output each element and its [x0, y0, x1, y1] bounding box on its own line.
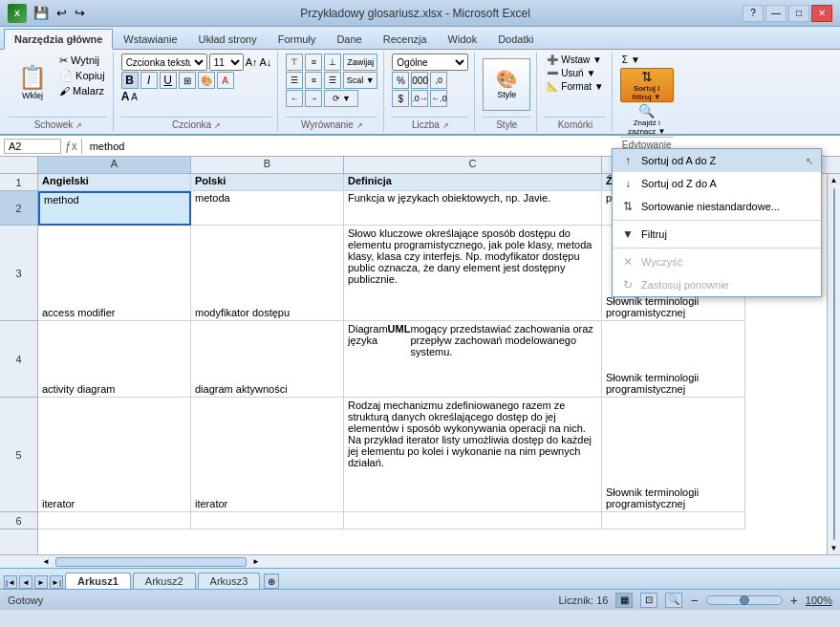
cut-btn[interactable]: ✂ Wytnij — [57, 54, 107, 68]
indent-less-btn[interactable]: ← — [286, 90, 303, 107]
delete-btn[interactable]: ➖ Usuń ▼ — [545, 67, 597, 79]
sort-a-to-z-item[interactable]: ↑ Sortuj od A do Z ↖ — [613, 149, 821, 172]
cell-d4[interactable]: Słownik terminologii programistycznej — [602, 321, 745, 398]
cell-c3[interactable]: Słowo kluczowe określające sposób dostęp… — [344, 226, 602, 321]
tab-dane[interactable]: Dane — [326, 28, 372, 49]
tab-dodatki[interactable]: Dodatki — [487, 28, 544, 49]
cell-c6[interactable] — [344, 512, 602, 530]
cell-c2[interactable]: Funkcja w językach obiektowych, np. Javi… — [344, 191, 602, 226]
sheet-tab-arkusz2[interactable]: Arkusz2 — [133, 573, 196, 589]
cell-a2[interactable]: method — [38, 191, 191, 226]
clear-item[interactable]: ✕ Wyczyść — [613, 250, 821, 273]
col-header-a[interactable]: A — [38, 157, 191, 173]
zoom-level[interactable]: 100% — [806, 595, 832, 606]
zoom-decrease-btn[interactable]: − — [690, 593, 698, 608]
cell-c5[interactable]: Rodzaj mechanizmu zdefiniowanego razem z… — [344, 398, 602, 512]
tab-formuly[interactable]: Formuły — [268, 28, 327, 49]
custom-sort-item[interactable]: ⇅ Sortowanie niestandardowe... — [613, 195, 821, 218]
undo-quick-btn[interactable]: ↩ — [54, 5, 70, 21]
minimize-btn[interactable]: — — [765, 5, 786, 22]
align-top-btn[interactable]: ⊤ — [286, 54, 303, 71]
format-painter-btn[interactable]: 🖌 Malarz — [57, 84, 107, 97]
tab-recenzja[interactable]: Recenzja — [373, 28, 438, 49]
cell-a3[interactable]: access modifier — [38, 226, 191, 321]
row-header-1[interactable]: 1 — [0, 174, 37, 191]
sheet-nav-first[interactable]: |◄ — [4, 575, 17, 589]
thousands-btn[interactable]: 000 — [411, 72, 428, 89]
cell-b1[interactable]: Polski — [191, 174, 344, 191]
reapply-item[interactable]: ↻ Zastosuj ponownie — [613, 273, 821, 296]
dec-increase-btn[interactable]: .0→ — [411, 90, 428, 107]
row-header-3[interactable]: 3 — [0, 226, 37, 321]
insert-btn[interactable]: ➕ Wstaw ▼ — [545, 54, 604, 66]
cell-a1[interactable]: Angielski — [38, 174, 191, 191]
font-color-btn[interactable]: A — [217, 72, 234, 89]
add-sheet-btn[interactable]: ⊕ — [264, 573, 279, 589]
cell-b5[interactable]: iterator — [191, 398, 344, 512]
cell-b3[interactable]: modyfikator dostępu — [191, 226, 344, 321]
row-header-6[interactable]: 6 — [0, 512, 37, 530]
percent-btn[interactable]: % — [392, 72, 409, 89]
tab-widok[interactable]: Widok — [438, 28, 488, 49]
align-left-btn[interactable]: ☰ — [286, 72, 303, 89]
cell-a5[interactable]: iterator — [38, 398, 191, 512]
sheet-tab-arkusz1[interactable]: Arkusz1 — [65, 573, 131, 589]
cell-d5[interactable]: Słownik terminologii programistycznej — [602, 398, 745, 512]
cell-d6[interactable] — [602, 512, 745, 530]
font-size-select[interactable]: 11 — [209, 54, 244, 71]
view-preview-btn[interactable]: 🔍 — [665, 593, 682, 608]
style-btn[interactable]: 🎨 Style — [483, 58, 530, 111]
comma-btn[interactable]: ,0 — [430, 72, 447, 89]
maximize-btn[interactable]: □ — [788, 5, 809, 22]
font-aa-btn[interactable]: A — [121, 90, 130, 103]
copy-btn[interactable]: 📄 Kopiuj — [57, 69, 107, 83]
tab-uklad[interactable]: Układ strony — [188, 28, 268, 49]
align-middle-btn[interactable]: ≡ — [305, 54, 322, 71]
currency-btn[interactable]: $ — [392, 90, 409, 107]
col-header-b[interactable]: B — [191, 157, 344, 173]
dec-decrease-btn[interactable]: ←.0 — [430, 90, 447, 107]
cell-a4[interactable]: activity diagram — [38, 321, 191, 398]
close-btn[interactable]: ✕ — [811, 5, 832, 22]
font-a-btn[interactable]: A — [131, 92, 138, 102]
view-normal-btn[interactable]: ▦ — [615, 593, 633, 608]
font-family-select[interactable]: Czcionka tekstu — [121, 54, 207, 71]
vertical-scrollbar[interactable]: ▲ ▼ — [827, 174, 840, 554]
find-btn[interactable]: 🔍 Znajdź izaznacz ▼ — [620, 104, 674, 135]
col-header-c[interactable]: C — [344, 157, 602, 173]
merge-btn[interactable]: Scal ▼ — [343, 72, 377, 89]
cell-a6[interactable] — [38, 512, 191, 530]
zoom-slider-track[interactable] — [706, 595, 783, 605]
paste-button[interactable]: 📋 Wklej — [10, 54, 55, 111]
format-btn[interactable]: 📐 Format ▼ — [545, 80, 605, 93]
number-format-select[interactable]: Ogólne — [392, 54, 468, 71]
cell-b2[interactable]: metoda — [191, 191, 344, 226]
font-increase-btn[interactable]: A↑ — [246, 56, 258, 68]
align-center-btn[interactable]: ≡ — [305, 72, 322, 89]
indent-more-btn[interactable]: → — [305, 90, 322, 107]
view-layout-btn[interactable]: ⊡ — [640, 593, 657, 608]
cell-c4[interactable]: Diagram języka UML mogący przedstawiać z… — [344, 321, 602, 398]
tab-narzedzia[interactable]: Narzędzia główne — [4, 29, 113, 50]
underline-btn[interactable]: U — [160, 72, 177, 89]
redo-quick-btn[interactable]: ↪ — [72, 5, 88, 21]
sheet-nav-last[interactable]: ►| — [50, 575, 63, 589]
sort-filter-btn[interactable]: ⇅ Sortuj ifiltruj ▼ — [620, 68, 674, 102]
italic-btn[interactable]: I — [140, 72, 158, 89]
help-btn[interactable]: ? — [743, 5, 764, 22]
fill-color-btn[interactable]: 🎨 — [198, 72, 215, 89]
sort-z-to-a-item[interactable]: ↓ Sortuj od Z do A — [613, 172, 821, 195]
row-header-2[interactable]: 2 — [0, 191, 37, 226]
cell-b6[interactable] — [191, 512, 344, 530]
cell-reference[interactable] — [4, 139, 61, 154]
save-quick-btn[interactable]: 💾 — [31, 5, 52, 21]
tab-wstawianie[interactable]: Wstawianie — [113, 28, 187, 49]
zoom-slider-thumb[interactable] — [740, 595, 749, 605]
wrap-text-btn[interactable]: Zawijaj — [343, 54, 377, 71]
cell-b4[interactable]: diagram aktywności — [191, 321, 344, 398]
cell-c1[interactable]: Definicja — [344, 174, 602, 191]
filter-item[interactable]: ▼ Filtruj — [613, 223, 821, 246]
autosum-btn[interactable]: Σ ▼ — [620, 54, 642, 66]
sheet-tab-arkusz3[interactable]: Arkusz3 — [198, 573, 261, 589]
horizontal-scrollbar[interactable]: ◄ ► — [0, 554, 840, 568]
